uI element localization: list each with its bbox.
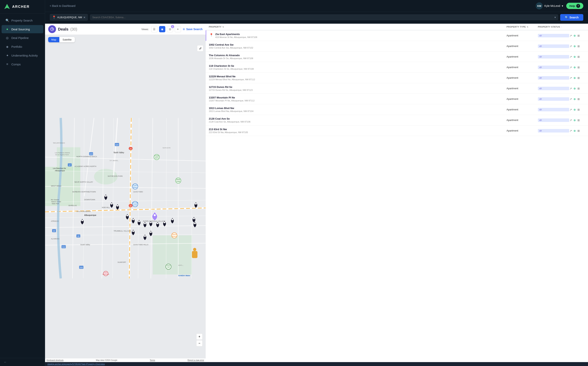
table-view-button[interactable]: ⊞ bbox=[577, 118, 580, 122]
external-link-button[interactable]: ↗ bbox=[569, 118, 572, 122]
table-row[interactable]: 118 Charleston St Se 118 Charleston St S… bbox=[206, 62, 588, 73]
clear-location-button[interactable]: ✕ bbox=[83, 16, 85, 19]
tag-button[interactable]: 🏷 bbox=[538, 34, 569, 37]
fullscreen-icon[interactable]: ⤢ bbox=[197, 45, 203, 52]
table-view-button[interactable]: ⊞ bbox=[577, 44, 580, 48]
add-button[interactable]: ⊕ bbox=[573, 97, 576, 101]
tag-button[interactable]: 🏷 bbox=[538, 55, 569, 59]
map-tab-satellite[interactable]: Satellite bbox=[59, 37, 75, 42]
sidebar-item-deal-pipeline[interactable]: ◎ Deal Pipeline bbox=[1, 34, 43, 42]
terms-link[interactable]: Terms bbox=[150, 359, 155, 361]
add-button[interactable]: ⊕ bbox=[573, 118, 576, 122]
external-link-button[interactable]: ↗ bbox=[569, 108, 572, 112]
map-footer: Keyboard shortcuts Map data ©2024 Google… bbox=[45, 358, 206, 362]
add-button[interactable]: ⊕ bbox=[573, 86, 576, 91]
property-type-col-header[interactable]: PROPERTY TYPE ⇅ bbox=[507, 26, 538, 28]
table-row[interactable]: 2128 Coal Ave Se 2128 Coal Ave Se, Albuq… bbox=[206, 115, 588, 125]
csabsa-search-field[interactable]: ▾ bbox=[90, 14, 558, 20]
table-view-button[interactable]: ⊞ bbox=[577, 86, 580, 91]
sidebar-item-deal-sourcing[interactable]: ● Deal Sourcing bbox=[1, 25, 43, 33]
table-view-button[interactable]: ⊞ bbox=[577, 76, 580, 80]
save-search-button[interactable]: ☆ Save Search bbox=[183, 28, 202, 31]
svg-text:ACADEMY ACRES NORTH: ACADEMY ACRES NORTH bbox=[74, 165, 96, 167]
property-status: 🏷 bbox=[538, 34, 569, 37]
sidebar-collapse-button[interactable]: ← bbox=[0, 358, 45, 366]
table-view-button[interactable]: ⊞ bbox=[577, 129, 580, 133]
table-row[interactable]: 13207 Mountain Pl Ne 13207 Mountain Pl N… bbox=[206, 94, 588, 104]
property-name: 13207 Mountain Pl Ne bbox=[209, 96, 255, 99]
add-button[interactable]: ⊕ bbox=[573, 55, 576, 59]
user-menu[interactable]: KM Kyle McLeod ▾ bbox=[536, 2, 563, 9]
add-button[interactable]: ⊕ bbox=[573, 65, 576, 69]
row-actions: ↗ ⊕ ⊞ bbox=[569, 34, 585, 38]
sidebar-item-portfolio[interactable]: ◈ Portfolio bbox=[1, 42, 43, 51]
back-to-dashboard-link[interactable]: < Back to Dashboard bbox=[50, 4, 75, 8]
table-view-button[interactable]: ⊞ bbox=[577, 34, 580, 38]
add-button[interactable]: ⊕ bbox=[573, 108, 576, 112]
external-link-button[interactable]: ↗ bbox=[569, 129, 572, 133]
map-view-button[interactable]: ◉ bbox=[159, 26, 165, 32]
table-row[interactable]: 12229 Menaul Blvd Ne 12229 Menaul Blvd N… bbox=[206, 73, 588, 83]
svg-text:Tijeras: Tijeras bbox=[167, 265, 170, 266]
external-link-button[interactable]: ↗ bbox=[569, 86, 572, 91]
add-button[interactable]: ⊕ bbox=[573, 34, 576, 38]
tag-button[interactable]: 🏷 bbox=[538, 97, 569, 101]
tag-button[interactable]: 🏷 bbox=[538, 87, 569, 90]
svg-point-112 bbox=[157, 223, 158, 224]
property-col-header[interactable]: PROPERTY ⇅ bbox=[209, 26, 507, 28]
zoom-in-button[interactable]: + bbox=[196, 334, 202, 340]
table-view-button[interactable]: ⊞ bbox=[577, 108, 580, 112]
filter-button[interactable]: ⊟ 2 bbox=[167, 26, 173, 32]
csabsa-input[interactable] bbox=[92, 16, 553, 19]
help-button[interactable]: Help ? bbox=[566, 3, 583, 9]
add-button[interactable]: ⊕ bbox=[573, 129, 576, 133]
table-view-button[interactable]: ⊞ bbox=[577, 65, 580, 69]
row-actions: ↗ ⊕ ⊞ bbox=[569, 44, 585, 48]
table-row[interactable]: The Columns At Alvarado 1036 Alvarado Dr… bbox=[206, 52, 588, 62]
table-row[interactable]: 12715 Dunes Rd Se 12715 Dunes Rd Se, Alb… bbox=[206, 83, 588, 94]
map-background[interactable]: WEST MESA ATRISCO ALAMOSA BARELAS Albuqu… bbox=[45, 34, 206, 362]
search-button[interactable]: 🔍 Search bbox=[560, 14, 583, 21]
table-view-button[interactable]: ⊞ bbox=[577, 97, 580, 101]
property-name-cell: 213 63rd St Nw 213 63rd St Nw, Albuquerq… bbox=[209, 128, 507, 133]
add-button[interactable]: ⊕ bbox=[573, 44, 576, 48]
user-avatar: KM bbox=[536, 2, 543, 9]
tag-button[interactable]: 🏷 bbox=[538, 45, 569, 48]
table-row[interactable]: 213 63rd St Nw 213 63rd St Nw, Albuquerq… bbox=[206, 125, 588, 136]
sort-button[interactable]: ≡ bbox=[175, 26, 181, 32]
table-row[interactable]: 1913 Lomas Blvd Nw 1913 Lomas Blvd Nw, A… bbox=[206, 104, 588, 115]
add-button[interactable]: ⊕ bbox=[573, 76, 576, 80]
tag-button[interactable]: 🏷 bbox=[538, 108, 569, 111]
sidebar-item-underwriting-activity[interactable]: ✦ Underwriting Activity bbox=[1, 51, 43, 60]
location-selector[interactable]: 📍 ALBUQUERQUE, NM ✕ bbox=[50, 14, 88, 21]
list-view-button[interactable]: ☰ bbox=[151, 26, 157, 32]
external-link-button[interactable]: ↗ bbox=[569, 34, 572, 38]
tag-button[interactable]: 🏷 bbox=[538, 118, 569, 122]
svg-text:Amphitheater: Amphitheater bbox=[102, 274, 109, 275]
external-link-button[interactable]: ↗ bbox=[569, 44, 572, 48]
tag-button[interactable]: 🏷 bbox=[538, 66, 569, 69]
report-error-link[interactable]: Report a map error bbox=[188, 359, 204, 361]
property-name: 2128 Coal Ave Se bbox=[209, 117, 250, 120]
sidebar-item-comps[interactable]: ≡ Comps bbox=[1, 60, 43, 68]
map-fullscreen-button[interactable]: ⤢ bbox=[197, 45, 203, 52]
svg-text:South Valley: South Valley bbox=[80, 244, 90, 246]
property-name-cell: 12715 Dunes Rd Se 12715 Dunes Rd Se, Alb… bbox=[209, 85, 507, 91]
table-row[interactable]: 📍 Zia East Apartments 419 Monroe St Ne, … bbox=[206, 30, 588, 41]
external-link-button[interactable]: ↗ bbox=[569, 55, 572, 59]
sidebar-item-property-search[interactable]: 🔍 Property Search bbox=[1, 16, 43, 25]
svg-text:Center: Center bbox=[133, 204, 137, 206]
status-url[interactable]: staging.archer.re/property/5735342?tab=P… bbox=[47, 363, 105, 365]
map-tab-map[interactable]: Map bbox=[48, 37, 59, 42]
tag-button[interactable]: 🏷 bbox=[538, 76, 569, 80]
external-link-button[interactable]: ↗ bbox=[569, 76, 572, 80]
zoom-out-button[interactable]: − bbox=[196, 340, 202, 346]
table-view-button[interactable]: ⊞ bbox=[577, 55, 580, 59]
tag-button[interactable]: 🏷 bbox=[538, 129, 569, 132]
keyboard-shortcuts-link[interactable]: Keyboard shortcuts bbox=[46, 359, 63, 361]
external-link-button[interactable]: ↗ bbox=[569, 65, 572, 69]
table-row[interactable]: 1002 Central Ave Sw 1002 Central Ave Sw,… bbox=[206, 41, 588, 52]
property-status-col-header[interactable]: PROPERTY STATUS ↑ bbox=[538, 26, 569, 28]
help-label: Help bbox=[569, 5, 575, 8]
external-link-button[interactable]: ↗ bbox=[569, 97, 572, 101]
